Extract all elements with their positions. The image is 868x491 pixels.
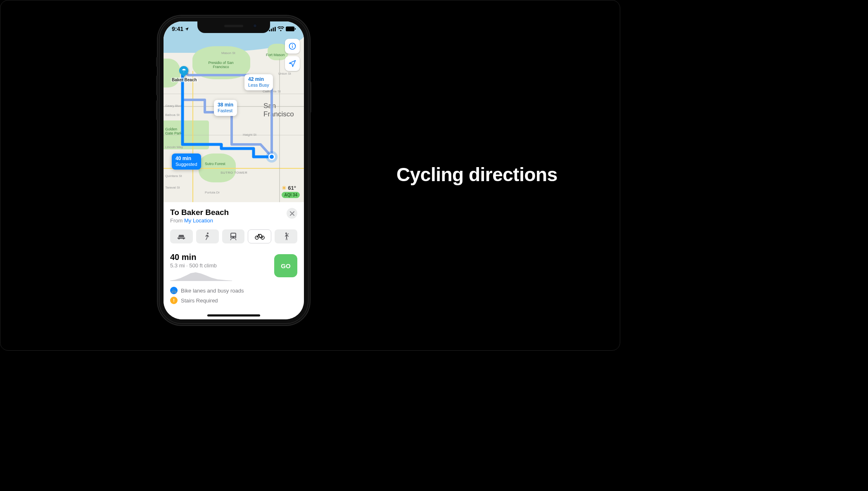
street-geary: Geary Blvd [165,104,182,108]
close-icon [290,211,294,216]
wifi-icon [277,26,284,31]
info-icon [288,42,296,50]
street-haight: Haight St [243,133,256,137]
city-label: San Francisco [263,102,304,118]
street-portola: Portola Dr [205,191,220,194]
svg-rect-0 [269,30,270,31]
svg-rect-3 [275,27,276,31]
battery-icon [286,26,296,31]
svg-rect-5 [295,28,296,30]
svg-rect-8 [292,46,293,48]
street-union: Union St [278,72,291,76]
umbrella-icon: ☂ [179,66,188,75]
slide-title: Cycling directions [396,163,557,186]
street-mason: Mason St [221,51,235,55]
transit-icon [230,232,237,241]
power-button[interactable] [310,82,311,113]
route-callout-fastest[interactable]: 38 min Fastest [214,100,237,116]
route-sub: 5.3 mi · 500 ft climb [170,262,244,269]
callout-sub: Suggested [175,162,197,168]
map-canvas[interactable]: Presidio of San Francisco Fort Mason Gol… [164,21,304,202]
callout-sub: Fastest [218,108,233,114]
cellular-icon [269,27,276,31]
svg-rect-1 [271,28,272,31]
mode-walk[interactable] [196,229,219,243]
poi-fort-mason: Fort Mason [266,53,285,57]
street-taraval: Taraval St [165,186,180,189]
weather-aqi: AQI 34 [282,192,300,198]
elevation-chart [170,272,232,281]
status-time: 9:41 [172,26,183,32]
street-lincoln: Lincoln Way [165,145,183,149]
weather-temp: 61° [288,185,296,191]
mute-switch[interactable] [156,57,158,67]
current-location-dot [268,153,275,160]
svg-point-16 [285,233,287,234]
from-location: My Location [184,217,213,224]
note-text: Stairs Required [181,297,218,304]
route-callout-suggested[interactable]: 40 min Suggested [172,153,201,170]
sun-icon: ☀ [282,185,287,191]
mode-rideshare[interactable] [275,229,297,243]
close-button[interactable] [287,208,297,219]
transport-modes [170,229,297,243]
svg-point-13 [234,237,235,238]
notch [197,21,270,33]
volume-up-button[interactable] [156,76,158,95]
svg-point-9 [207,233,209,234]
svg-rect-4 [286,26,294,31]
destination-pin[interactable]: ☂ [177,64,190,77]
callout-time: 42 min [248,76,269,83]
map-locate-button[interactable] [285,56,300,71]
sheet-from[interactable]: From My Location [170,217,229,224]
status-right [269,26,296,31]
poi-golden-gate: Golden Gate Park [165,127,186,135]
weather-widget[interactable]: ☀61° AQI 34 [282,185,300,198]
svg-rect-11 [231,234,235,236]
street-quintara: Quintara St [165,174,182,178]
mode-car[interactable] [170,229,193,243]
phone-screen: 9:41 Presidio of San [164,21,304,319]
note-text: Bike lanes and busy roads [181,288,244,294]
bike-icon [255,233,265,240]
destination-label: Baker Beach [171,78,198,82]
note-stairs: ! Stairs Required [170,297,244,304]
directions-sheet: To Baker Beach From My Location 40 [164,202,304,319]
phone-frame: 9:41 Presidio of San [158,16,310,325]
map-info-button[interactable] [285,39,300,54]
svg-point-7 [292,45,293,45]
locate-icon [288,59,296,68]
walk-icon [204,232,210,241]
car-icon [177,233,186,240]
volume-down-button[interactable] [156,100,158,120]
mode-transit[interactable] [222,229,245,243]
callout-sub: Less Busy [248,83,269,88]
route-callout-lessbusy[interactable]: 42 min Less Busy [244,74,273,90]
rideshare-icon [283,232,289,241]
from-label: From [170,217,184,224]
location-arrow-icon [185,27,189,31]
callout-time: 40 min [175,156,197,162]
poi-presidio: Presidio of San Francisco [206,61,235,69]
poi-sutro-forest: Sutro Forest [205,162,225,166]
bike-badge-icon: 🚲 [170,287,178,294]
svg-point-12 [231,237,232,238]
note-bike-lanes: 🚲 Bike lanes and busy roads [170,287,244,294]
street-balboa: Balboa St [165,113,180,117]
route-time: 40 min [170,253,244,262]
sheet-title: To Baker Beach [170,208,229,217]
svg-rect-2 [273,27,274,31]
poi-sutro-tower: SUTRO TOWER [221,171,247,175]
warn-badge-icon: ! [170,297,178,304]
go-button[interactable]: GO [274,254,297,277]
home-indicator[interactable] [207,314,260,316]
mode-bike[interactable] [248,229,271,243]
callout-time: 38 min [218,102,233,108]
